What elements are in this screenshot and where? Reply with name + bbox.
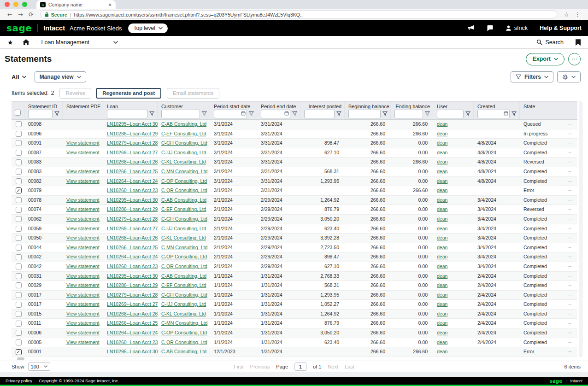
row-checkbox[interactable]: ✓ <box>16 187 22 193</box>
customer-link[interactable]: C-MN Consulting, Ltd <box>161 169 207 174</box>
view-statement-link[interactable]: View statement <box>66 292 100 298</box>
row-actions-button[interactable]: ⋯ <box>567 139 572 147</box>
window-close-button[interactable] <box>5 2 10 7</box>
filter-input-interest[interactable] <box>304 110 335 118</box>
row-actions-button[interactable]: ⋯ <box>567 252 572 261</box>
export-button[interactable]: Export <box>526 53 564 65</box>
column-label-end[interactable]: Period end date <box>261 104 297 109</box>
view-statement-link[interactable]: View statement <box>66 216 100 222</box>
user-link[interactable]: dean <box>437 235 447 240</box>
filter-funnel-icon-user[interactable] <box>465 111 470 116</box>
filter-input-id[interactable] <box>28 110 53 118</box>
column-label-ending[interactable]: Ending balance <box>394 104 430 109</box>
horizontal-scrollbar-thumb[interactable] <box>17 357 24 360</box>
row-checkbox[interactable] <box>16 235 22 241</box>
customer-link[interactable]: C-GH Consulting, Ltd <box>161 216 207 222</box>
user-link[interactable]: dean <box>437 216 447 222</box>
view-statement-link[interactable]: View statement <box>66 273 100 279</box>
customer-link[interactable]: C-EF Consulting, Ltd <box>161 206 206 212</box>
filter-input-loan[interactable] <box>107 110 147 118</box>
column-label-interest[interactable]: Interest posted <box>304 104 341 109</box>
row-checkbox[interactable] <box>16 159 22 165</box>
loan-link[interactable]: LN10264--Loan Acct 24 <box>107 330 158 335</box>
user-link[interactable]: dean <box>437 140 447 146</box>
user-link[interactable]: dean <box>437 263 447 269</box>
column-label-pdf[interactable]: Statement PDF <box>66 104 100 109</box>
global-search[interactable]: Search <box>536 39 564 46</box>
customer-link[interactable]: C-QR Consulting, Ltd <box>161 263 207 269</box>
customer-link[interactable]: C-AB Consulting, Ltd <box>161 121 206 127</box>
loan-link[interactable]: LN10264--Loan Acct 24 <box>107 254 158 259</box>
table-settings-button[interactable] <box>557 71 581 82</box>
view-statement-link[interactable]: View statement <box>66 282 100 288</box>
column-label-created[interactable]: Created <box>477 104 517 109</box>
row-actions-button[interactable]: ⋯ <box>567 120 572 129</box>
previous-page-button[interactable]: Previous <box>250 364 270 369</box>
customer-link[interactable]: C-IJJ Consulting, Ltd <box>161 150 206 155</box>
column-label-id[interactable]: Statement ID <box>28 104 59 109</box>
loan-link[interactable]: LN10286--Loan Acct 29 <box>107 206 158 212</box>
customer-link[interactable]: C-EF Consulting, Ltd <box>161 131 206 136</box>
loan-link[interactable]: LN10269--Loan Acct 27 <box>107 226 158 231</box>
view-statement-link[interactable]: View statement <box>66 178 100 184</box>
row-actions-button[interactable]: ⋯ <box>567 310 572 318</box>
loan-link[interactable]: LN10286--Loan Acct 29 <box>107 131 158 136</box>
filter-funnel-icon-loan[interactable] <box>149 111 154 116</box>
view-statement-link[interactable]: View statement <box>66 140 100 146</box>
view-statement-link[interactable]: View statement <box>66 226 100 231</box>
calendar-icon[interactable] <box>241 111 246 116</box>
page-number-input[interactable] <box>294 363 306 371</box>
row-checkbox[interactable] <box>16 292 22 298</box>
customer-link[interactable]: C-EF Consulting, Ltd <box>161 282 206 288</box>
customer-link[interactable]: C-GH Consulting, Ltd <box>161 140 207 146</box>
manage-view-button[interactable]: Manage view <box>35 71 86 82</box>
next-page-button[interactable]: Next <box>328 364 338 369</box>
calendar-icon[interactable] <box>504 111 508 116</box>
row-checkbox[interactable] <box>16 150 22 156</box>
calendar-icon[interactable] <box>284 111 289 116</box>
loan-link[interactable]: LN10269--Loan Acct 27 <box>107 301 158 307</box>
row-actions-button[interactable]: ⋯ <box>567 347 572 356</box>
favorites-star-icon[interactable]: ★ <box>7 39 13 46</box>
row-checkbox[interactable] <box>16 140 22 146</box>
privacy-policy-link[interactable]: Privacy policy <box>6 378 32 383</box>
bookmark-star-icon[interactable]: ☆ <box>564 12 569 18</box>
view-statement-link[interactable]: View statement <box>66 254 100 259</box>
user-link[interactable]: dean <box>437 282 447 288</box>
row-actions-button[interactable]: ⋯ <box>567 338 572 347</box>
customer-link[interactable]: C-MN Consulting, Ltd <box>161 320 207 326</box>
row-checkbox[interactable] <box>16 121 22 127</box>
column-label-user[interactable]: User <box>437 104 470 109</box>
user-link[interactable]: dean <box>437 292 447 298</box>
customer-link[interactable]: C-QR Consulting, Ltd <box>161 187 207 193</box>
row-checkbox[interactable] <box>16 178 22 184</box>
row-checkbox[interactable] <box>16 311 22 317</box>
user-menu[interactable]: sfrick <box>506 25 528 31</box>
filter-input-customer[interactable] <box>161 110 200 118</box>
filter-input-begin[interactable] <box>348 110 381 118</box>
column-label-loan[interactable]: Loan <box>107 104 154 109</box>
filter-funnel-icon-customer[interactable] <box>202 111 207 116</box>
row-actions-button[interactable]: ⋯ <box>567 300 572 309</box>
row-checkbox[interactable] <box>16 339 22 345</box>
row-checkbox[interactable]: ✓ <box>16 349 22 355</box>
row-checkbox[interactable] <box>16 302 22 308</box>
filters-button[interactable]: Filters <box>511 71 553 82</box>
loan-link[interactable]: LN10266--Loan Acct 25 <box>107 320 158 326</box>
filter-funnel-icon-start[interactable] <box>249 111 254 116</box>
column-label-customer[interactable]: Customer <box>161 104 207 109</box>
loan-link[interactable]: LN10295--Loan Acct 30 <box>107 273 158 279</box>
filter-funnel-icon-ending[interactable] <box>425 111 430 116</box>
email-statements-button[interactable]: Email statements <box>167 88 219 99</box>
megaphone-icon[interactable] <box>467 25 475 31</box>
customer-link[interactable]: C-KL Consulting, Ltd <box>161 311 206 316</box>
loan-link[interactable]: LN10295--Loan Acct 30 <box>107 197 158 203</box>
back-icon[interactable]: ← <box>7 12 12 18</box>
customer-link[interactable]: C-OP Consulting, Ltd <box>161 330 207 335</box>
reverse-button[interactable]: Reverse <box>59 88 91 99</box>
view-statement-link[interactable]: View statement <box>66 245 100 250</box>
row-actions-button[interactable]: ⋯ <box>567 328 572 337</box>
filter-funnel-icon-begin[interactable] <box>382 111 388 116</box>
loan-link[interactable]: LN10286--Loan Acct 29 <box>107 282 158 288</box>
row-checkbox[interactable] <box>16 226 22 232</box>
